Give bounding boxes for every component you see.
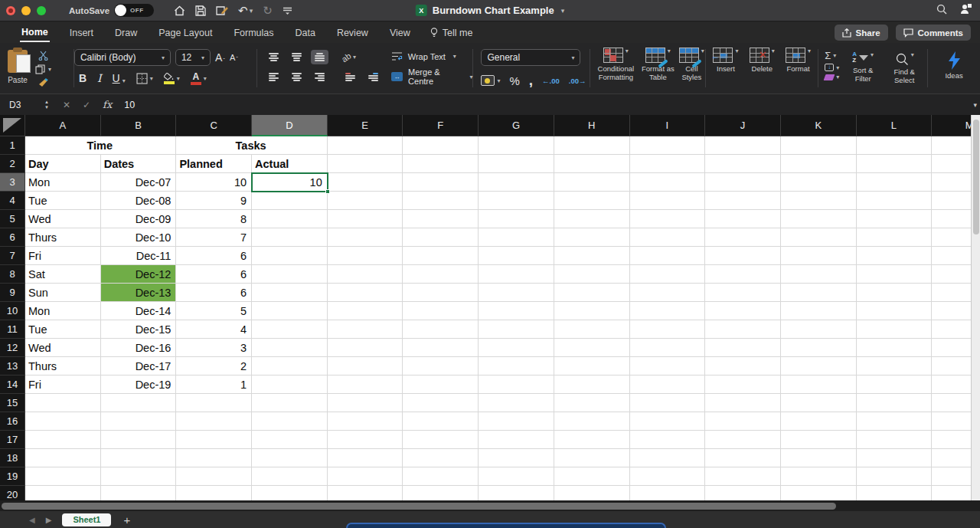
cell-B7[interactable]: Dec-11 [101, 247, 177, 265]
cell-J7[interactable] [705, 247, 781, 265]
cell-F12[interactable] [403, 339, 479, 357]
cell-L12[interactable] [857, 339, 933, 357]
align-left-button[interactable] [265, 70, 283, 84]
cell-G20[interactable] [479, 486, 554, 500]
cell-B2[interactable]: Dates [101, 155, 177, 173]
cell-C16[interactable] [176, 412, 252, 431]
cell-K5[interactable] [781, 210, 857, 228]
cell-G12[interactable] [479, 339, 554, 357]
cell-L4[interactable] [857, 192, 933, 210]
cell-C20[interactable] [176, 486, 252, 500]
cell-F13[interactable] [403, 357, 479, 376]
cell-K19[interactable] [781, 467, 857, 486]
cell-F5[interactable] [403, 210, 479, 228]
cell-B13[interactable]: Dec-17 [101, 357, 177, 376]
cell-C18[interactable] [176, 449, 252, 467]
cell-J9[interactable] [705, 284, 781, 302]
row-header-15[interactable]: 15 [0, 394, 25, 412]
cell-H9[interactable] [554, 284, 630, 302]
cell-B11[interactable]: Dec-15 [101, 320, 177, 339]
cell-L6[interactable] [857, 228, 933, 247]
cell-L10[interactable] [857, 302, 933, 320]
cell-I17[interactable] [630, 431, 706, 449]
cell-G5[interactable] [479, 210, 554, 228]
cell-K20[interactable] [781, 486, 857, 500]
minimize-window-button[interactable] [21, 6, 31, 15]
cell-F14[interactable] [403, 376, 479, 394]
cell-K9[interactable] [781, 284, 857, 302]
cell-L15[interactable] [857, 394, 933, 412]
cell-K6[interactable] [781, 228, 857, 247]
select-all-button[interactable] [0, 115, 25, 136]
cell-E8[interactable] [328, 265, 403, 284]
cell-K17[interactable] [781, 431, 857, 449]
cell-D19[interactable] [252, 467, 328, 486]
column-header-H[interactable]: H [554, 115, 630, 136]
cell-J15[interactable] [705, 394, 781, 412]
cell-H5[interactable] [554, 210, 630, 228]
cell-I10[interactable] [630, 302, 706, 320]
column-header-K[interactable]: K [781, 115, 857, 136]
row-header-10[interactable]: 10 [0, 302, 25, 320]
decrease-decimal-button[interactable]: .00→ [569, 77, 586, 85]
cell-D3[interactable]: 10 [252, 173, 328, 192]
cell-E18[interactable] [328, 449, 403, 467]
cell-G15[interactable] [479, 394, 554, 412]
save-as-icon[interactable] [216, 5, 228, 16]
row-header-19[interactable]: 19 [0, 467, 25, 486]
cell-E17[interactable] [328, 431, 403, 449]
cell-D9[interactable] [252, 284, 328, 302]
tab-review[interactable]: Review [335, 25, 370, 41]
cell-C15[interactable] [176, 394, 252, 412]
cell-J8[interactable] [705, 265, 781, 284]
cell-B9[interactable]: Dec-13 [101, 284, 177, 302]
share-button[interactable]: Share [835, 25, 888, 41]
cell-K7[interactable] [781, 247, 857, 265]
cell-I11[interactable] [630, 320, 706, 339]
insert-cells-button[interactable]: ← ▾ Insert [707, 43, 743, 93]
column-header-D[interactable]: D [252, 115, 328, 136]
cell-F2[interactable] [403, 155, 479, 173]
cell-D17[interactable] [252, 431, 328, 449]
cell-C8[interactable]: 6 [176, 265, 252, 284]
cell-B16[interactable] [101, 412, 177, 431]
increase-indent-button[interactable] [364, 70, 382, 84]
cell-D16[interactable] [252, 412, 328, 431]
cell-F1[interactable] [403, 136, 479, 155]
cell-F9[interactable] [403, 284, 479, 302]
increase-font-size-button[interactable]: Aˆ [215, 51, 225, 64]
cell-K14[interactable] [781, 376, 857, 394]
fill-handle[interactable] [325, 189, 330, 194]
cell-B20[interactable] [101, 486, 177, 500]
cell-A16[interactable] [25, 412, 101, 431]
cell-C4[interactable]: 9 [176, 192, 252, 210]
cell-H17[interactable] [554, 431, 630, 449]
cell-F10[interactable] [403, 302, 479, 320]
cell-L17[interactable] [857, 431, 933, 449]
cell-E15[interactable] [328, 394, 403, 412]
cell-C19[interactable] [176, 467, 252, 486]
cell-A12[interactable]: Wed [25, 339, 101, 357]
cell-H4[interactable] [554, 192, 630, 210]
cell-E10[interactable] [328, 302, 403, 320]
cell-F20[interactable] [403, 486, 479, 500]
cell-L14[interactable] [857, 376, 933, 394]
row-header-5[interactable]: 5 [0, 210, 25, 228]
cell-H14[interactable] [554, 376, 630, 394]
cell-A2[interactable]: Day [25, 155, 101, 173]
cell-H1[interactable] [554, 136, 630, 155]
cell-J2[interactable] [705, 155, 781, 173]
cell-C17[interactable] [176, 431, 252, 449]
cell-E5[interactable] [328, 210, 403, 228]
row-header-18[interactable]: 18 [0, 449, 25, 467]
cell-K8[interactable] [781, 265, 857, 284]
cell-L7[interactable] [857, 247, 933, 265]
cut-button[interactable] [35, 51, 51, 61]
comma-style-button[interactable]: , [529, 72, 533, 89]
font-name-dropdown[interactable]: Calibri (Body)▾ [74, 49, 171, 66]
cell-F7[interactable] [403, 247, 479, 265]
paste-button[interactable]: Paste [8, 50, 28, 93]
fill-color-button[interactable]: ▾ [164, 73, 180, 84]
cell-I15[interactable] [630, 394, 706, 412]
find-select-button[interactable]: ▾ Find & Select [887, 47, 922, 93]
